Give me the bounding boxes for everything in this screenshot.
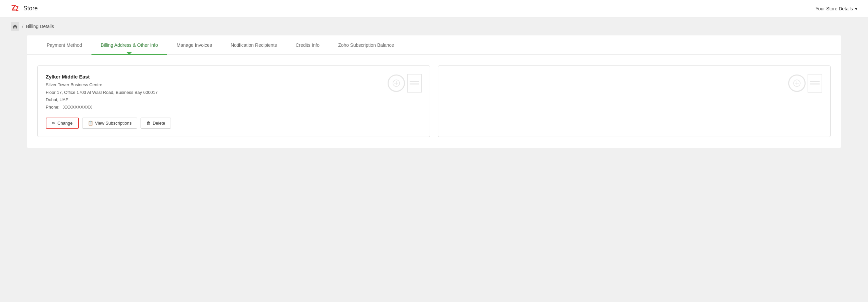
address-info: Zylker Middle East Silver Tower Business… (46, 74, 382, 110)
delete-button[interactable]: 🗑 Delete (141, 118, 171, 129)
address-line-2: Floor 17, Office 1703 Al Wasl Road, Busi… (46, 89, 382, 96)
billing-card: Payment Method Billing Address & Other I… (27, 35, 841, 148)
breadcrumb-separator: / (22, 24, 23, 29)
tab-notification-recipients[interactable]: Notification Recipients (221, 36, 286, 55)
stamp-circle-icon-2 (788, 74, 806, 92)
trash-icon: 🗑 (146, 121, 151, 126)
home-icon[interactable] (11, 22, 19, 31)
view-subscriptions-button[interactable]: 📋 View Subscriptions (82, 118, 137, 129)
tab-zoho-subscription[interactable]: Zoho Subscription Balance (329, 36, 403, 55)
stamp-square-icon-2 (808, 74, 822, 93)
tab-content-billing-address: Zylker Middle East Silver Tower Business… (27, 55, 841, 148)
address-card-primary: Zylker Middle East Silver Tower Business… (37, 65, 430, 137)
store-details-label: Your Store Details (815, 6, 853, 11)
breadcrumb: / Billing Details (0, 18, 868, 35)
chevron-down-icon: ▾ (855, 6, 857, 11)
tab-credits-info[interactable]: Credits Info (286, 36, 329, 55)
company-name: Zylker Middle East (46, 74, 382, 80)
pencil-icon: ✏ (52, 121, 55, 126)
address-line-3: Dubai, UAE (46, 96, 382, 103)
phone-label: Phone: (46, 104, 59, 110)
store-details-dropdown[interactable]: Your Store Details ▾ (815, 6, 857, 11)
tab-bar: Payment Method Billing Address & Other I… (27, 35, 841, 55)
address-action-buttons: ✏ Change 📋 View Subscriptions 🗑 Delete (46, 118, 422, 129)
tab-billing-address[interactable]: Billing Address & Other Info (91, 36, 167, 55)
tab-manage-invoices[interactable]: Manage Invoices (167, 36, 221, 55)
address-card-secondary (438, 65, 831, 137)
address-card-inner: Zylker Middle East Silver Tower Business… (46, 74, 422, 110)
address-phone: Phone: XXXXXXXXXX (46, 104, 382, 110)
main-content: Payment Method Billing Address & Other I… (0, 35, 868, 302)
app-title: Store (23, 5, 38, 12)
zoho-logo-icon (11, 4, 20, 13)
tab-payment-method[interactable]: Payment Method (37, 36, 91, 55)
phone-value: XXXXXXXXXX (63, 104, 92, 110)
list-icon: 📋 (88, 121, 93, 126)
stamp-square-icon (407, 74, 422, 93)
address-line-1: Silver Tower Business Centre (46, 82, 382, 88)
stamp-circle-icon (388, 74, 405, 92)
logo-area: Store (11, 4, 38, 13)
breadcrumb-current-page: Billing Details (26, 24, 54, 29)
header: Store Your Store Details ▾ (0, 0, 868, 18)
address-stamp-decoration (388, 74, 422, 93)
address-stamp-decoration-2 (788, 74, 822, 93)
change-button[interactable]: ✏ Change (46, 118, 79, 129)
